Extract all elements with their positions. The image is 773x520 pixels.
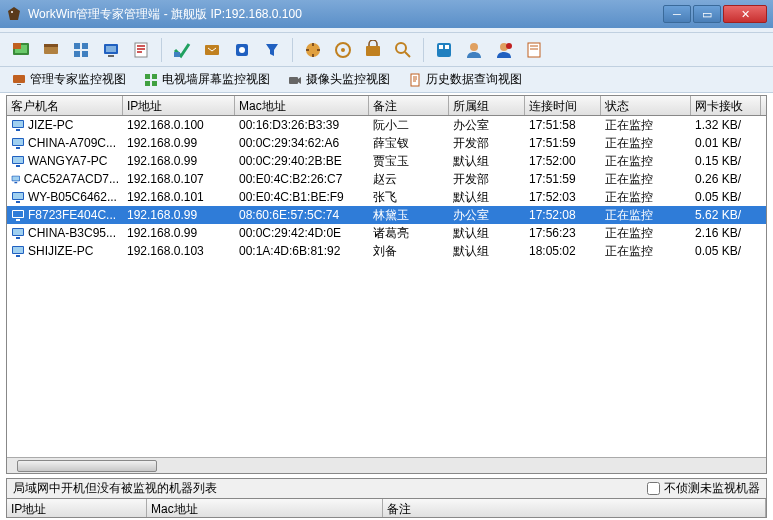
minimize-button[interactable]: ─ (663, 5, 691, 23)
table-row[interactable]: WANGYA7-PC192.168.0.9900:0C:29:40:2B:BE贾… (7, 152, 766, 170)
checkbox-label: 不侦测未监视机器 (664, 480, 760, 497)
tab-label: 摄像头监控视图 (306, 71, 390, 88)
computer-icon (11, 156, 25, 167)
svg-rect-30 (13, 75, 25, 83)
toolbar-btn-3[interactable] (68, 37, 94, 63)
tab-history-query[interactable]: 历史数据查询视图 (404, 69, 526, 90)
cell-ip: 192.168.0.101 (123, 189, 235, 205)
toolbar-btn-12[interactable] (360, 37, 386, 63)
table-row[interactable]: CAC52A7ACD7...192.168.0.10700:E0:4C:B2:2… (7, 170, 766, 188)
cell-ip: 192.168.0.99 (123, 207, 235, 223)
horizontal-scrollbar[interactable] (7, 457, 766, 473)
svg-rect-11 (106, 46, 116, 52)
cell-net: 0.05 KB/ (691, 243, 761, 259)
cell-time: 17:51:59 (525, 135, 601, 151)
scrollbar-thumb[interactable] (17, 460, 157, 472)
toolbar-separator (292, 38, 293, 62)
tab-camera-monitor[interactable]: 摄像头监控视图 (284, 69, 394, 90)
svg-rect-8 (74, 51, 80, 57)
cell-status: 正在监控 (601, 170, 691, 189)
table-row[interactable]: JIZE-PC192.168.0.10000:16:D3:26:B3:39阮小二… (7, 116, 766, 134)
svg-rect-39 (13, 121, 23, 127)
toolbar-btn-7[interactable] (199, 37, 225, 63)
col-group[interactable]: 所属组 (449, 96, 525, 115)
cell-net: 5.62 KB/ (691, 207, 761, 223)
col-mac[interactable]: Mac地址 (235, 96, 369, 115)
cell-note: 赵云 (369, 170, 449, 189)
table-row[interactable]: WY-B05C6462...192.168.0.10100:E0:4C:B1:B… (7, 188, 766, 206)
table-row[interactable]: SHIJIZE-PC192.168.0.10300:1A:4D:6B:81:92… (7, 242, 766, 260)
svg-rect-45 (13, 157, 23, 163)
toolbar-btn-16[interactable] (491, 37, 517, 63)
checkbox-no-detect[interactable]: 不侦测未监视机器 (647, 480, 760, 497)
cell-time: 18:05:02 (525, 243, 601, 259)
svg-rect-15 (205, 45, 219, 55)
cell-name: WY-B05C6462... (7, 189, 123, 205)
table-row[interactable]: CHINA-B3C95...192.168.0.9900:0C:29:42:4D… (7, 224, 766, 242)
svg-rect-21 (366, 46, 380, 56)
svg-rect-3 (13, 43, 21, 49)
cell-mac: 00:0C:29:40:2B:BE (235, 153, 369, 169)
svg-rect-46 (16, 165, 20, 167)
col-time[interactable]: 连接时间 (525, 96, 601, 115)
toolbar-btn-5[interactable] (128, 37, 154, 63)
toolbar-btn-6[interactable] (169, 37, 195, 63)
table-row[interactable]: CHINA-A709C...192.168.0.9900:0C:29:34:62… (7, 134, 766, 152)
col-note[interactable]: 备注 (369, 96, 449, 115)
cell-time: 17:51:58 (525, 117, 601, 133)
table-row[interactable]: F8723FE404C...192.168.0.9908:60:6E:57:5C… (7, 206, 766, 224)
cell-mac: 00:0C:29:34:62:A6 (235, 135, 369, 151)
toolbar-btn-17[interactable] (521, 37, 547, 63)
toolbar-btn-1[interactable] (8, 37, 34, 63)
svg-rect-7 (82, 43, 88, 49)
tab-expert-monitor[interactable]: 管理专家监控视图 (8, 69, 130, 90)
toolbar-btn-14[interactable] (431, 37, 457, 63)
col-net[interactable]: 网卡接收 (691, 96, 761, 115)
cell-mac: 00:1A:4D:6B:81:92 (235, 243, 369, 259)
cell-name: SHIJIZE-PC (7, 243, 123, 259)
maximize-button[interactable]: ▭ (693, 5, 721, 23)
svg-rect-49 (14, 181, 17, 182)
cell-ip: 192.168.0.99 (123, 225, 235, 241)
monitor-icon (12, 73, 26, 87)
cell-net: 1.32 KB/ (691, 117, 761, 133)
svg-rect-25 (445, 45, 449, 49)
cell-status: 正在监控 (601, 116, 691, 135)
toolbar-btn-13[interactable] (390, 37, 416, 63)
toolbar-btn-9[interactable] (259, 37, 285, 63)
camera-icon (288, 73, 302, 87)
computer-icon (11, 192, 25, 203)
bcol-note[interactable]: 备注 (383, 499, 766, 517)
cell-note: 贾宝玉 (369, 152, 449, 171)
cell-ip: 192.168.0.99 (123, 153, 235, 169)
document-icon (408, 73, 422, 87)
svg-rect-14 (174, 52, 180, 57)
toolbar-btn-8[interactable] (229, 37, 255, 63)
toolbar (0, 33, 773, 67)
tab-tvwall-monitor[interactable]: 电视墙屏幕监控视图 (140, 69, 274, 90)
toolbar-btn-11[interactable] (330, 37, 356, 63)
bottom-label: 局域网中开机但没有被监视的机器列表 (13, 480, 647, 497)
tab-bar: 管理专家监控视图 电视墙屏幕监控视图 摄像头监控视图 历史数据查询视图 (0, 67, 773, 93)
col-status[interactable]: 状态 (601, 96, 691, 115)
col-ip[interactable]: IP地址 (123, 96, 235, 115)
toolbar-btn-2[interactable] (38, 37, 64, 63)
cell-status: 正在监控 (601, 152, 691, 171)
svg-rect-51 (13, 193, 23, 199)
toolbar-btn-4[interactable] (98, 37, 124, 63)
close-button[interactable]: ✕ (723, 5, 767, 23)
bcol-mac[interactable]: Mac地址 (147, 499, 383, 517)
toolbar-btn-15[interactable] (461, 37, 487, 63)
svg-rect-43 (16, 147, 20, 149)
svg-rect-13 (135, 43, 147, 57)
computer-icon (11, 246, 25, 257)
toolbar-btn-10[interactable] (300, 37, 326, 63)
cell-note: 林黛玉 (369, 206, 449, 225)
checkbox-input[interactable] (647, 482, 660, 495)
bcol-ip[interactable]: IP地址 (7, 499, 147, 517)
col-name[interactable]: 客户机名 (7, 96, 123, 115)
cell-mac: 00:E0:4C:B2:26:C7 (235, 171, 369, 187)
bottom-header: 局域网中开机但没有被监视的机器列表 不侦测未监视机器 (6, 478, 767, 498)
cell-group: 默认组 (449, 152, 525, 171)
window-title: WorkWin管理专家管理端 - 旗舰版 IP:192.168.0.100 (28, 6, 661, 23)
